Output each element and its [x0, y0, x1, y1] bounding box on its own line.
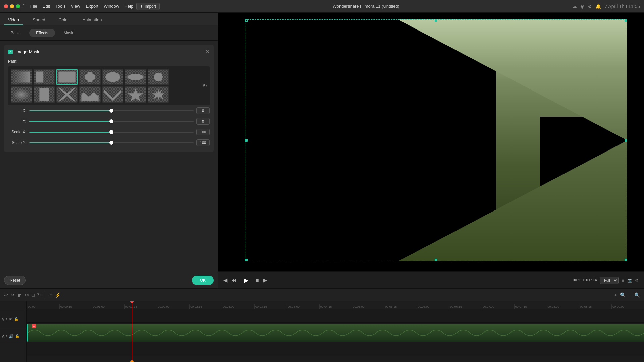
- reset-button[interactable]: Reset: [4, 276, 26, 285]
- close-mask-button[interactable]: ✕: [205, 49, 210, 55]
- mask-shape-vertical-split[interactable]: [34, 69, 55, 85]
- menu-view[interactable]: View: [71, 4, 80, 9]
- track-lock-icon[interactable]: 🔒: [14, 317, 19, 321]
- playhead[interactable]: [132, 301, 132, 362]
- zoom-in-icon[interactable]: 🔍: [620, 292, 626, 298]
- mask-shape-oval-thin[interactable]: [125, 69, 146, 85]
- slider-scalex-track[interactable]: [29, 132, 194, 133]
- mask-shape-wave[interactable]: [79, 86, 101, 103]
- slider-scaley-label: Scale Y:: [8, 140, 26, 145]
- mask-shape-oval-small[interactable]: [148, 69, 169, 85]
- slider-x-track[interactable]: [29, 110, 194, 111]
- rotate-icon[interactable]: ↻: [37, 292, 41, 298]
- play-button[interactable]: ▶: [241, 275, 252, 286]
- tab-color[interactable]: Color: [55, 15, 73, 25]
- track-eye-icon[interactable]: 👁: [9, 317, 13, 322]
- minimize-traffic-light[interactable]: [10, 4, 14, 8]
- slider-scaley-value[interactable]: [196, 139, 210, 146]
- svg-rect-2: [58, 72, 75, 83]
- slider-x-value[interactable]: [196, 107, 210, 114]
- mask-shape-clover[interactable]: [79, 69, 101, 85]
- mask-shape-rect-v[interactable]: [34, 86, 55, 103]
- undo-icon[interactable]: ↩: [4, 292, 8, 298]
- split-icon[interactable]: ⚡: [55, 292, 61, 298]
- slider-x: X:: [8, 105, 210, 116]
- mask-row-0: [11, 69, 207, 85]
- track-v1-number: V: [2, 317, 4, 321]
- ok-button[interactable]: OK: [192, 276, 214, 285]
- slider-scaley-track[interactable]: [29, 142, 194, 143]
- crop-icon[interactable]: ✂: [25, 292, 29, 298]
- menu-tools[interactable]: Tools: [55, 4, 65, 9]
- slider-scale-x: Scale X:: [8, 127, 210, 137]
- import-icon: ⬇: [140, 4, 143, 9]
- audio-lock-icon[interactable]: 🔒: [15, 334, 20, 338]
- screenshot-icon[interactable]: 📷: [627, 278, 632, 283]
- video-track-v1: ●: [27, 323, 644, 343]
- playhead-bottom-handle[interactable]: [130, 360, 134, 362]
- nav-right-button[interactable]: ▶: [263, 277, 267, 283]
- close-traffic-light[interactable]: [4, 4, 8, 8]
- ruler-mark-17: 00:08:15: [579, 304, 611, 309]
- sub-tab-effects[interactable]: Effects: [29, 29, 55, 37]
- mask-row-1: [11, 86, 207, 103]
- menu-export[interactable]: Export: [86, 4, 99, 9]
- settings-preview-icon[interactable]: ⚙: [635, 278, 639, 283]
- slider-scalex-label: Scale X:: [8, 130, 26, 134]
- trim-icon[interactable]: □: [32, 292, 34, 298]
- slider-scale-y: Scale Y:: [8, 137, 210, 148]
- menu-help[interactable]: Help: [124, 4, 133, 9]
- mask-shape-x[interactable]: [56, 86, 78, 103]
- delete-icon[interactable]: 🗑: [17, 292, 22, 298]
- effects-panel: ✓ Image Mask ✕ Path:: [0, 41, 218, 272]
- svg-marker-15: [128, 88, 143, 102]
- slider-scalex-value[interactable]: [196, 129, 210, 135]
- mask-shape-star[interactable]: [125, 86, 146, 103]
- zoom-out-icon[interactable]: 🔍: [634, 292, 640, 298]
- redo-icon[interactable]: ↪: [11, 292, 15, 298]
- ruler-mark-1: 00:00:15: [59, 304, 92, 309]
- cloud-icon[interactable]: ☁: [572, 4, 577, 9]
- zoom-selector[interactable]: Full: [600, 277, 619, 284]
- menu-edit[interactable]: Edit: [43, 4, 50, 9]
- mask-shape-rect-selected[interactable]: [56, 69, 78, 85]
- mask-shape-grid: ↻: [8, 66, 210, 105]
- slider-y-value[interactable]: [196, 118, 210, 125]
- preview-controls: ◀ ⏮ ▶ ■ ▶ 00:00:01:14 Full ⊞ 📷 ⚙: [218, 272, 644, 288]
- stop-button[interactable]: ■: [256, 277, 259, 283]
- slider-y-track[interactable]: [29, 121, 194, 122]
- notification-icon[interactable]: 🔔: [595, 4, 601, 9]
- sub-tab-mask[interactable]: Mask: [57, 29, 80, 37]
- video-clip[interactable]: ●: [27, 324, 644, 342]
- tab-animation[interactable]: Animation: [78, 15, 106, 25]
- audio-speaker-icon[interactable]: 🔊: [9, 334, 14, 339]
- path-label: Path:: [8, 59, 210, 64]
- ruler-mark-3: 00:01:15: [124, 304, 157, 309]
- fit-view-icon[interactable]: ⊞: [621, 278, 625, 283]
- settings-icon[interactable]: ⚙: [588, 4, 592, 9]
- preview-area: ◀ ⏮ ▶ ■ ▶ 00:00:01:14 Full ⊞ 📷 ⚙: [218, 13, 644, 288]
- mask-shape-oval[interactable]: [102, 69, 123, 85]
- mask-shape-chevron[interactable]: [102, 86, 123, 103]
- ruler-mark-15: 00:07:15: [514, 304, 547, 309]
- nav-left-button[interactable]: ◀: [223, 277, 227, 283]
- mask-shape-burst[interactable]: [148, 86, 169, 103]
- refresh-button[interactable]: ↻: [203, 83, 207, 89]
- fullscreen-traffic-light[interactable]: [16, 4, 20, 8]
- account-icon[interactable]: ◉: [580, 4, 584, 9]
- menu-file[interactable]: File: [30, 4, 37, 9]
- ruler-mark-2: 00:01:00: [92, 304, 124, 309]
- ruler-mark-0: 00:00: [27, 304, 59, 309]
- mask-shape-square-fade[interactable]: [11, 86, 32, 103]
- tab-video[interactable]: Video: [4, 15, 23, 25]
- add-track-icon[interactable]: +: [614, 292, 617, 298]
- mask-title-row: ✓ Image Mask: [8, 49, 39, 54]
- image-mask-checkbox[interactable]: ✓: [8, 50, 13, 54]
- prev-frame-button[interactable]: ⏮: [231, 277, 237, 283]
- align-icon[interactable]: ≡: [49, 292, 52, 298]
- menu-window[interactable]: Window: [104, 4, 119, 9]
- mask-shape-rect-fade[interactable]: [11, 69, 32, 85]
- tab-speed[interactable]: Speed: [29, 15, 49, 25]
- import-button[interactable]: ⬇ Import: [136, 3, 160, 10]
- sub-tab-basic[interactable]: Basic: [4, 29, 27, 37]
